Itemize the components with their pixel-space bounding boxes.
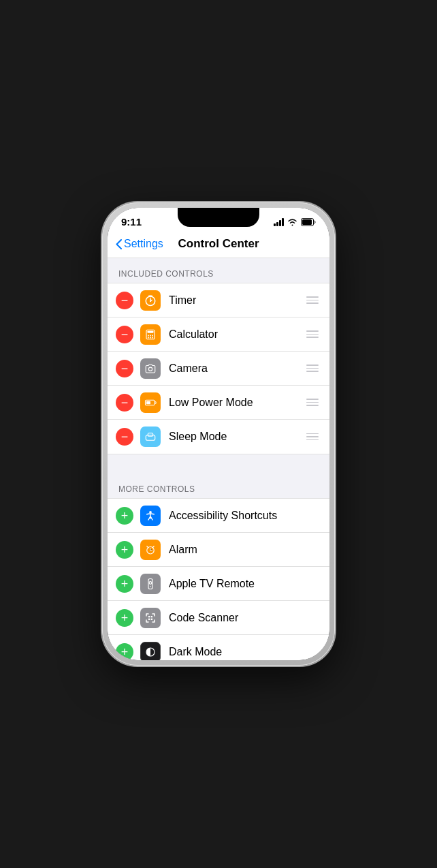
list-item[interactable]: +: [108, 601, 329, 635]
back-button[interactable]: Settings: [116, 238, 163, 250]
svg-rect-22: [151, 616, 152, 617]
item-label-camera: Camera: [169, 362, 304, 375]
camera-icon: [140, 358, 161, 379]
included-controls-header: INCLUDED CONTROLS: [108, 258, 329, 283]
svg-point-11: [148, 367, 152, 371]
calculator-icon: [140, 324, 161, 345]
add-button[interactable]: +: [116, 643, 133, 661]
item-label-calculator: Calculator: [169, 328, 304, 341]
remove-button[interactable]: −: [116, 292, 133, 309]
included-controls-list: − Timer: [108, 283, 329, 454]
list-item[interactable]: + Accessibility Shortcuts: [108, 499, 329, 533]
item-label-timer: Timer: [169, 294, 304, 307]
content-scroll[interactable]: INCLUDED CONTROLS −: [108, 258, 329, 660]
svg-rect-13: [146, 401, 150, 404]
item-label-appletv: Apple TV Remote: [169, 578, 321, 590]
back-chevron-icon: [116, 239, 122, 249]
accessibility-icon: [140, 506, 161, 526]
list-item[interactable]: − Sleep Mode: [108, 420, 329, 454]
svg-point-5: [148, 335, 149, 336]
drag-handle[interactable]: [304, 431, 321, 444]
list-item[interactable]: + Apple TV Remote: [108, 567, 329, 601]
apple-tv-icon: [140, 574, 161, 594]
remove-button[interactable]: −: [116, 326, 133, 343]
phone-inner: 9:11: [108, 208, 329, 660]
add-button[interactable]: +: [116, 507, 133, 525]
svg-point-19: [149, 581, 152, 584]
svg-rect-23: [148, 618, 150, 619]
add-button[interactable]: +: [116, 541, 133, 559]
svg-point-9: [150, 337, 151, 338]
wifi-icon: [287, 218, 297, 226]
status-time: 9:11: [121, 216, 142, 228]
drag-handle[interactable]: [304, 396, 321, 409]
phone-frame: 9:11: [102, 202, 335, 666]
notch: [178, 208, 259, 227]
more-controls-header: MORE CONTROLS: [108, 474, 329, 498]
list-item[interactable]: − Low Power Mode: [108, 386, 329, 420]
list-item[interactable]: + Alarm: [108, 533, 329, 567]
item-label-code-scanner: Code Scanner: [169, 612, 321, 624]
section-gap: [108, 454, 329, 474]
timer-icon: [140, 290, 161, 311]
list-item[interactable]: − Camera: [108, 352, 329, 386]
svg-point-10: [152, 337, 153, 338]
drag-handle[interactable]: [304, 294, 321, 307]
signal-icon: [274, 218, 284, 226]
item-label-alarm: Alarm: [169, 544, 321, 556]
item-label-accessibility: Accessibility Shortcuts: [169, 510, 321, 522]
svg-point-6: [150, 335, 151, 336]
status-bar: 9:11: [108, 208, 329, 232]
item-label-dark-mode: Dark Mode: [169, 646, 321, 658]
svg-point-7: [152, 335, 153, 336]
item-label-sleep-mode: Sleep Mode: [169, 431, 304, 443]
svg-rect-21: [148, 616, 150, 617]
drag-handle[interactable]: [304, 362, 321, 375]
nav-bar: Settings Control Center: [108, 232, 329, 258]
list-item[interactable]: − Timer: [108, 283, 329, 317]
dark-mode-icon: [140, 642, 161, 661]
sleep-mode-icon: [140, 427, 161, 447]
svg-point-20: [150, 586, 151, 587]
back-label: Settings: [124, 238, 163, 250]
svg-point-16: [149, 510, 152, 513]
alarm-icon: [140, 540, 161, 560]
status-icons: [274, 218, 316, 226]
list-item[interactable]: + Dark Mode: [108, 635, 329, 660]
item-label-low-power: Low Power Mode: [169, 397, 304, 409]
nav-title: Control Center: [178, 237, 259, 251]
code-scanner-icon: [140, 608, 161, 628]
list-item[interactable]: −: [108, 317, 329, 352]
remove-button[interactable]: −: [116, 394, 133, 412]
add-button[interactable]: +: [116, 575, 133, 593]
screen: 9:11: [108, 208, 329, 660]
svg-point-8: [148, 337, 149, 338]
more-controls-list: + Accessibility Shortcuts +: [108, 498, 329, 660]
low-power-icon: [140, 392, 161, 413]
battery-icon: [301, 218, 316, 226]
svg-rect-4: [148, 330, 154, 332]
remove-button[interactable]: −: [116, 360, 133, 377]
drag-handle[interactable]: [304, 328, 321, 341]
svg-rect-15: [148, 433, 153, 437]
svg-rect-1: [302, 219, 312, 225]
add-button[interactable]: +: [116, 609, 133, 627]
remove-button[interactable]: −: [116, 428, 133, 446]
svg-rect-24: [151, 618, 152, 619]
